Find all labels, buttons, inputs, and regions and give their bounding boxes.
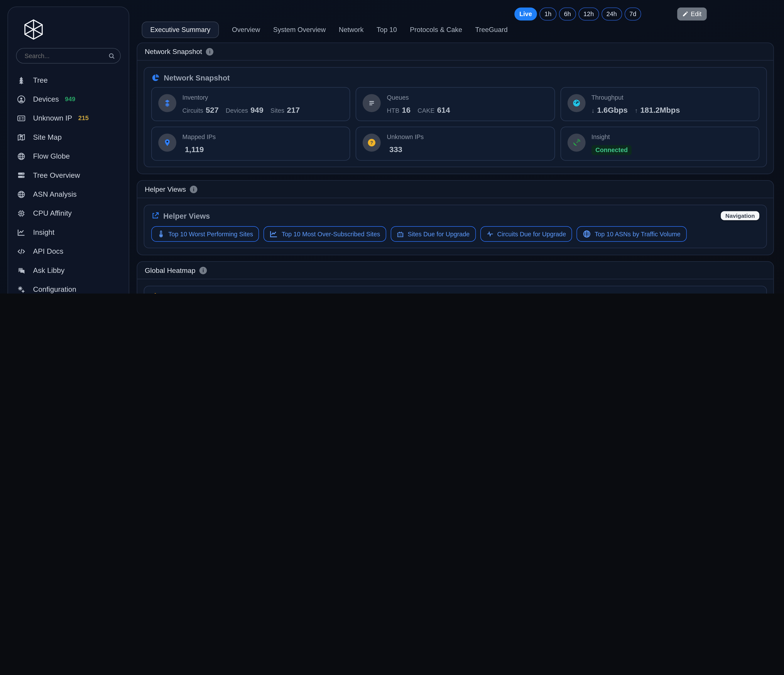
person-icon bbox=[16, 95, 26, 103]
time-button-6h[interactable]: 6h bbox=[559, 8, 576, 21]
info-icon[interactable]: i bbox=[190, 185, 197, 193]
sidebar-item-label: Site Map bbox=[33, 133, 62, 141]
time-button-24h[interactable]: 24h bbox=[602, 8, 622, 21]
helper-button-top-10-most-over-subscribed-sites[interactable]: Top 10 Most Over-Subscribed Sites bbox=[263, 226, 386, 242]
card-title: Unknown IPs bbox=[387, 133, 423, 141]
sidebar-item-flow-globe[interactable]: Flow Globe bbox=[16, 147, 121, 166]
sidebar-item-label: Flow Globe bbox=[33, 152, 70, 160]
stat-value: 1,119 bbox=[182, 147, 204, 154]
snapshot-card-throughput: Throughput↓1.6Gbps↑181.2Mbps bbox=[560, 87, 759, 121]
chart-icon bbox=[270, 230, 278, 238]
navigation-badge: Navigation bbox=[721, 211, 759, 220]
globe-icon bbox=[16, 152, 26, 160]
stat-↓: ↓1.6Gbps bbox=[591, 107, 628, 114]
libreqos-logo-icon bbox=[22, 18, 45, 41]
satellite-icon bbox=[572, 138, 580, 147]
sidebar-item-cpu-affinity[interactable]: CPU Affinity bbox=[16, 204, 121, 223]
snapshot-card-insight: InsightConnected bbox=[560, 127, 759, 161]
sidebar-item-label: Tree Overview bbox=[33, 171, 80, 179]
sidebar-nav: TreeDevices949Unknown IP215Site MapFlow … bbox=[16, 70, 121, 293]
question-icon: ? bbox=[367, 138, 376, 147]
code-icon bbox=[16, 247, 26, 256]
sidebar-item-asn-analysis[interactable]: ASN Analysis bbox=[16, 185, 121, 204]
sidebar-item-insight[interactable]: Insight bbox=[16, 223, 121, 242]
sidebar-item-count: 949 bbox=[65, 96, 75, 102]
snapshot-card-queues: QueuesHTB16CAKE614 bbox=[356, 87, 555, 121]
tab-protocols-cake[interactable]: Protocols & Cake bbox=[410, 22, 462, 37]
idcard-icon bbox=[16, 114, 26, 122]
sidebar: TreeDevices949Unknown IP215Site MapFlow … bbox=[8, 6, 129, 293]
tab-executive-summary[interactable]: Executive Summary bbox=[142, 22, 219, 38]
chart-icon bbox=[16, 228, 26, 236]
panel-title: Helper Views bbox=[163, 211, 210, 220]
sidebar-item-label: Unknown IP bbox=[33, 114, 72, 122]
sidebar-item-site-map[interactable]: Site Map bbox=[16, 128, 121, 147]
sidebar-item-configuration[interactable]: Configuration bbox=[16, 280, 121, 293]
tab-treeguard[interactable]: TreeGuard bbox=[475, 22, 508, 37]
sidebar-item-label: API Docs bbox=[33, 247, 63, 255]
time-button-1h[interactable]: 1h bbox=[540, 8, 557, 21]
stat-↑: ↑181.2Mbps bbox=[635, 107, 680, 114]
tab-bar: Executive SummaryOverviewSystem Overview… bbox=[142, 22, 508, 38]
search-box[interactable] bbox=[16, 48, 121, 64]
helper-views-window: Helper Views i Helper Views Navigation bbox=[137, 180, 774, 255]
stat-Sites: Sites217 bbox=[271, 107, 300, 114]
network-snapshot-header: Network Snapshot i bbox=[137, 43, 773, 61]
card-title: Mapped IPs bbox=[182, 133, 216, 141]
helper-button-sites-due-for-upgrade[interactable]: Sites Due for Upgrade bbox=[391, 226, 476, 242]
pencil-icon bbox=[682, 11, 688, 17]
search-input[interactable] bbox=[23, 52, 108, 60]
sidebar-item-label: Insight bbox=[33, 228, 54, 236]
pin-icon bbox=[163, 139, 171, 147]
sidebar-item-ask-libby[interactable]: Ask Libby bbox=[16, 261, 121, 279]
heatmap-legend: 15 minutes, newest on the right bbox=[672, 293, 759, 293]
sidebar-item-api-docs[interactable]: API Docs bbox=[16, 242, 121, 261]
sidebar-item-unknown-ip[interactable]: Unknown IP215 bbox=[16, 109, 121, 127]
panel-title: Global Heatmap bbox=[163, 292, 221, 293]
time-button-live[interactable]: Live bbox=[514, 8, 537, 21]
card-title: Insight bbox=[591, 133, 632, 141]
global-heatmap-panel: Global Heatmap 15 minutes, newest on the… bbox=[144, 286, 767, 293]
sidebar-item-label: Ask Libby bbox=[33, 266, 65, 275]
topbar: Live1h6h12h24h7d Edit Executive SummaryO… bbox=[137, 0, 774, 43]
sidebar-item-devices[interactable]: Devices949 bbox=[16, 90, 121, 109]
main-content: Live1h6h12h24h7d Edit Executive SummaryO… bbox=[137, 0, 774, 293]
tab-system-overview[interactable]: System Overview bbox=[273, 22, 326, 37]
time-button-12h[interactable]: 12h bbox=[579, 8, 599, 21]
pie-chart-icon bbox=[151, 73, 160, 82]
helper-button-top-10-worst-performing-sites[interactable]: Top 10 Worst Performing Sites bbox=[151, 226, 259, 242]
globe-icon bbox=[16, 190, 26, 199]
stat-CAKE: CAKE614 bbox=[417, 107, 450, 114]
edit-button[interactable]: Edit bbox=[677, 8, 707, 21]
helper-button-top-10-asns-by-traffic-volume[interactable]: Top 10 ASNs by Traffic Volume bbox=[577, 226, 687, 242]
tab-top-10[interactable]: Top 10 bbox=[376, 22, 397, 37]
sidebar-item-count: 215 bbox=[78, 115, 89, 122]
helper-views-panel: Helper Views Navigation Top 10 Worst Per… bbox=[144, 205, 767, 248]
helper-button-label: Top 10 ASNs by Traffic Volume bbox=[594, 230, 680, 237]
tab-overview[interactable]: Overview bbox=[232, 22, 260, 37]
sidebar-item-tree[interactable]: Tree bbox=[16, 70, 121, 90]
tab-network[interactable]: Network bbox=[339, 22, 364, 37]
gears-icon bbox=[16, 285, 26, 293]
card-title: Inventory bbox=[182, 94, 307, 101]
sidebar-item-label: Devices bbox=[33, 95, 59, 103]
sites-icon bbox=[397, 230, 404, 238]
info-icon[interactable]: i bbox=[199, 267, 207, 274]
circuits-icon bbox=[486, 230, 494, 238]
helper-button-label: Top 10 Most Over-Subscribed Sites bbox=[282, 230, 380, 237]
edit-label: Edit bbox=[691, 11, 702, 17]
helper-button-label: Circuits Due for Upgrade bbox=[497, 230, 566, 237]
global-heatmap-window: Global Heatmap i Global Heatmap 15 minut… bbox=[137, 261, 774, 293]
info-icon[interactable]: i bbox=[206, 48, 214, 56]
helper-button-circuits-due-for-upgrade[interactable]: Circuits Due for Upgrade bbox=[480, 226, 572, 242]
time-button-7d[interactable]: 7d bbox=[624, 8, 641, 21]
helper-button-label: Sites Due for Upgrade bbox=[408, 230, 470, 237]
snapshot-cards: InventoryCircuits527Devices949Sites217Qu… bbox=[151, 87, 759, 161]
network-snapshot-window: Network Snapshot i Network Snapshot Inve… bbox=[137, 43, 774, 174]
sidebar-item-tree-overview[interactable]: Tree Overview bbox=[16, 166, 121, 185]
status-badge: Connected bbox=[591, 145, 632, 155]
card-title: Queues bbox=[387, 94, 457, 101]
card-title: Throughput bbox=[591, 94, 687, 101]
helper-views-header: Helper Views i bbox=[137, 181, 773, 198]
helper-buttons: Top 10 Worst Performing SitesTop 10 Most… bbox=[151, 226, 759, 242]
